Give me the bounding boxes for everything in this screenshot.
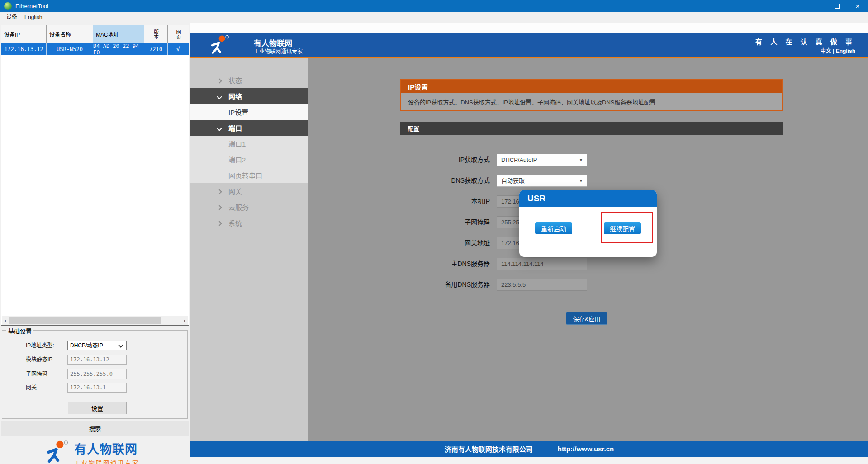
basic-settings-legend: 基础设置 bbox=[6, 327, 33, 335]
sidebar-item-cloud[interactable]: 云服务 bbox=[190, 199, 308, 215]
page-title: IP设置 bbox=[401, 80, 782, 93]
static-ip-label: 模块静态IP bbox=[26, 355, 52, 365]
subnet-label: 子网掩码 bbox=[26, 369, 47, 379]
subnet-input: 255.255.255.0 bbox=[67, 369, 127, 379]
column-header-webpage[interactable]: 网页 bbox=[168, 25, 189, 43]
column-header-device-ip[interactable]: 设备IP bbox=[1, 25, 47, 43]
device-mac-cell: D4 AD 20 22 94 F0 bbox=[93, 43, 144, 55]
sidebar-item-network[interactable]: 网络 bbox=[190, 88, 308, 104]
ip-type-label: IP地址类型: bbox=[26, 341, 54, 350]
scrollbar-thumb[interactable] bbox=[9, 317, 161, 324]
dropdown-arrow-icon: ▼ bbox=[579, 175, 583, 187]
web-header-person-icon bbox=[209, 35, 230, 56]
menu-bar: 设备 English bbox=[0, 12, 868, 23]
minimize-icon bbox=[814, 6, 819, 6]
chevron-down-icon bbox=[218, 92, 221, 100]
sidebar-item-web-to-serial[interactable]: 网页转串口 bbox=[190, 167, 308, 183]
restore-icon bbox=[835, 4, 840, 9]
sidebar-item-system[interactable]: 系统 bbox=[190, 215, 308, 231]
gateway-label: 网关 bbox=[26, 383, 37, 393]
title-bar: EthernetTool × bbox=[0, 0, 868, 12]
gateway-input: 172.16.13.1 bbox=[67, 383, 127, 393]
web-footer: 济南有人物联网技术有限公司 http://www.usr.cn bbox=[190, 441, 868, 457]
chevron-right-icon bbox=[218, 219, 221, 227]
scroll-left-icon[interactable]: ‹ bbox=[2, 316, 9, 325]
column-header-mac[interactable]: MAC地址 bbox=[93, 25, 144, 43]
app-icon bbox=[4, 2, 12, 10]
sidebar-item-status[interactable]: 状态 bbox=[190, 72, 308, 88]
secondary-dns-input: 223.5.5.5 bbox=[497, 279, 587, 291]
window-title: EthernetTool bbox=[15, 0, 48, 12]
ip-mode-select[interactable]: DHCP/AutoIP ▼ bbox=[497, 154, 587, 166]
web-top-strip bbox=[190, 23, 868, 33]
ethernet-tool-window: EthernetTool × 设备 English 设备IP 设备名称 MAC地… bbox=[0, 0, 868, 464]
device-row[interactable]: 172.16.13.12 USR-N520 D4 AD 20 22 94 F0 … bbox=[1, 43, 189, 55]
column-header-device-name[interactable]: 设备名称 bbox=[47, 25, 93, 43]
usr-person-icon bbox=[45, 440, 70, 464]
footer-bottom-strip bbox=[190, 457, 868, 464]
primary-dns-input: 114.114.114.114 bbox=[497, 258, 587, 270]
device-table: 设备IP 设备名称 MAC地址 版本 网页 172.16.13.12 USR-N… bbox=[1, 25, 189, 326]
ip-mode-label: IP获取方式 bbox=[368, 154, 490, 166]
dropdown-arrow-icon: ▼ bbox=[579, 155, 583, 166]
sidebar-item-port1[interactable]: 端口1 bbox=[190, 136, 308, 152]
sidebar-item-ip-settings[interactable]: IP设置 bbox=[190, 104, 308, 120]
close-icon: × bbox=[856, 3, 860, 9]
web-sidebar: 状态 网络 IP设置 端口 端口1 端口2 网页转串口 网关 云服务 bbox=[190, 58, 308, 441]
minimize-button[interactable] bbox=[806, 0, 826, 12]
menu-english[interactable]: English bbox=[22, 12, 45, 23]
dns-mode-label: DNS获取方式 bbox=[368, 175, 490, 187]
column-header-version[interactable]: 版本 bbox=[144, 25, 168, 43]
web-header: 有人物联网 工业物联网通讯专家 有 人 在 认 真 做 事 中文 | Engli… bbox=[190, 33, 868, 57]
menu-device[interactable]: 设备 bbox=[4, 12, 20, 23]
save-apply-button[interactable]: 保存&应用 bbox=[566, 312, 607, 325]
language-switch-link[interactable]: 中文 | English bbox=[821, 47, 855, 54]
chevron-right-icon bbox=[218, 203, 221, 211]
secondary-dns-label: 备用DNS服务器 bbox=[368, 279, 490, 291]
gateway-address-label: 网关地址 bbox=[368, 237, 490, 249]
chevron-right-icon bbox=[218, 187, 221, 195]
chevron-right-icon bbox=[218, 76, 221, 85]
logo-slogan-text: 工业物联网通讯专家 bbox=[74, 458, 139, 464]
web-header-motto: 有 人 在 认 真 做 事 bbox=[755, 37, 855, 46]
footer-company: 济南有人物联网技术有限公司 bbox=[445, 444, 533, 454]
usr-logo: 有人物联网 工业物联网通讯专家 bbox=[45, 440, 139, 464]
web-header-slogan: 工业物联网通讯专家 bbox=[254, 47, 303, 55]
static-ip-input: 172.16.13.12 bbox=[67, 355, 127, 365]
ip-settings-panel: IP设置 设备的IP获取方式、DNS获取方式、IP地址设置、子网掩码、网关地址以… bbox=[400, 79, 783, 111]
page-description: 设备的IP获取方式、DNS获取方式、IP地址设置、子网掩码、网关地址以及DNS服… bbox=[401, 93, 782, 110]
logo-brand-text: 有人物联网 bbox=[74, 440, 139, 457]
footer-url-link[interactable]: http://www.usr.cn bbox=[558, 445, 614, 453]
usr-dialog: USR 重新启动 继续配置 bbox=[519, 190, 657, 257]
continue-config-button[interactable]: 继续配置 bbox=[604, 222, 641, 234]
search-button[interactable]: 搜索 bbox=[1, 421, 189, 436]
device-name-cell: USR-N520 bbox=[47, 43, 93, 55]
sidebar-item-port2[interactable]: 端口2 bbox=[190, 152, 308, 167]
subnet-mask-label: 子网掩码 bbox=[368, 216, 490, 228]
chevron-down-icon bbox=[118, 342, 123, 347]
ip-type-select[interactable]: DHCP/动态IP bbox=[67, 341, 127, 350]
close-button[interactable]: × bbox=[847, 0, 868, 12]
chevron-down-icon bbox=[218, 124, 221, 132]
primary-dns-label: 主DNS服务器 bbox=[368, 258, 490, 270]
sidebar-item-gateway[interactable]: 网关 bbox=[190, 183, 308, 199]
scroll-right-icon[interactable]: › bbox=[180, 316, 188, 325]
local-ip-label: 本机IP bbox=[368, 195, 490, 208]
config-section-header: 配置 bbox=[400, 122, 783, 135]
table-horizontal-scrollbar[interactable]: ‹ › bbox=[2, 316, 188, 325]
sidebar-item-port[interactable]: 端口 bbox=[190, 120, 308, 136]
set-button[interactable]: 设置 bbox=[68, 402, 127, 414]
restart-button[interactable]: 重新启动 bbox=[535, 222, 572, 234]
device-version-cell: 7210 bbox=[144, 43, 168, 55]
device-web-link[interactable]: √ bbox=[168, 43, 189, 55]
device-ip-cell: 172.16.13.12 bbox=[1, 43, 47, 55]
dialog-title: USR bbox=[519, 190, 657, 207]
dns-mode-select[interactable]: 自动获取 ▼ bbox=[497, 175, 587, 187]
restore-button[interactable] bbox=[826, 0, 847, 12]
